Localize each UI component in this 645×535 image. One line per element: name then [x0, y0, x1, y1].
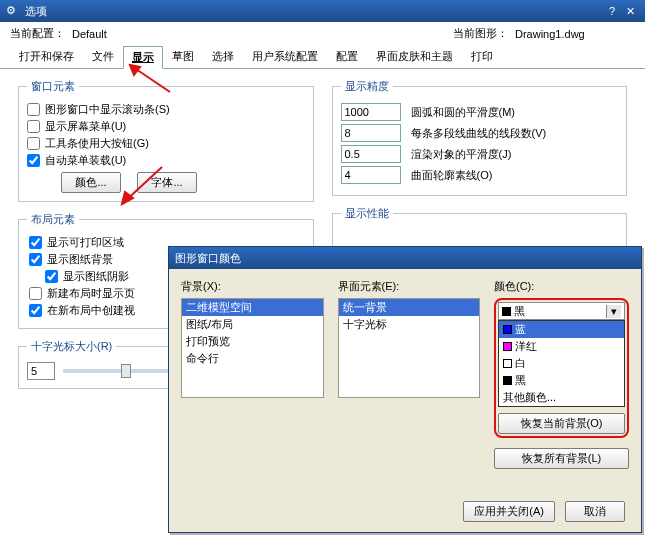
palette-label: 黑 [515, 373, 526, 388]
color-dialog: 图形窗口颜色 背景(X): 二维模型空间图纸/布局打印预览命令行 界面元素(E)… [168, 246, 642, 533]
arrow-annotation [120, 62, 180, 102]
checkbox-label: 图形窗口中显示滚动条(S) [45, 102, 170, 117]
window-opt-0[interactable]: 图形窗口中显示滚动条(S) [27, 102, 305, 117]
tab-8[interactable]: 打印 [462, 45, 502, 68]
palette-item[interactable]: 蓝 [499, 321, 624, 338]
tab-4[interactable]: 选择 [203, 45, 243, 68]
palette-label: 洋红 [515, 339, 537, 354]
context-item[interactable]: 二维模型空间 [182, 299, 323, 316]
sub-titlebar: 图形窗口颜色 [169, 247, 641, 269]
checkbox[interactable] [27, 154, 40, 167]
precision-row-1: 每条多段线曲线的线段数(V) [341, 124, 619, 142]
palette-item[interactable]: 其他颜色... [499, 389, 624, 406]
checkbox[interactable] [27, 120, 40, 133]
checkbox-label: 显示图纸阴影 [63, 269, 129, 284]
checkbox[interactable] [29, 253, 42, 266]
color-swatch [503, 376, 512, 385]
checkbox-label: 显示可打印区域 [47, 235, 124, 250]
tab-6[interactable]: 配置 [327, 45, 367, 68]
checkbox[interactable] [29, 236, 42, 249]
element-item[interactable]: 十字光标 [339, 316, 480, 333]
checkbox[interactable] [29, 304, 42, 317]
color-button[interactable]: 颜色... [61, 172, 121, 193]
highlight-box: 黑 ▾ 蓝洋红白黑其他颜色... 恢复当前背景(O) [494, 298, 629, 438]
context-listbox[interactable]: 二维模型空间图纸/布局打印预览命令行 [181, 298, 324, 398]
cancel-button[interactable]: 取消 [565, 501, 625, 522]
window-elements-legend: 窗口元素 [27, 79, 79, 94]
palette-label: 白 [515, 356, 526, 371]
checkbox[interactable] [27, 103, 40, 116]
display-precision-group: 显示精度 圆弧和圆的平滑度(M)每条多段线曲线的线段数(V)渲染对象的平滑度(J… [332, 79, 628, 196]
chevron-down-icon[interactable]: ▾ [606, 305, 621, 318]
main-title: 选项 [25, 4, 603, 19]
precision-input[interactable] [341, 103, 401, 121]
palette-item[interactable]: 洋红 [499, 338, 624, 355]
context-item[interactable]: 打印预览 [182, 333, 323, 350]
checkbox-label: 显示屏幕菜单(U) [45, 119, 126, 134]
precision-row-3: 曲面轮廓素线(O) [341, 166, 619, 184]
svg-marker-1 [130, 65, 140, 75]
checkbox[interactable] [29, 287, 42, 300]
checkbox-label: 显示图纸背景 [47, 252, 113, 267]
sub-title: 图形窗口颜色 [175, 251, 635, 266]
color-combo[interactable]: 黑 ▾ [498, 302, 625, 320]
palette-item[interactable]: 黑 [499, 372, 624, 389]
precision-row-0: 圆弧和圆的平滑度(M) [341, 103, 619, 121]
layout-legend: 布局元素 [27, 212, 79, 227]
checkbox-label: 工具条使用大按钮(G) [45, 136, 149, 151]
precision-label: 圆弧和圆的平滑度(M) [411, 105, 516, 120]
precision-row-2: 渲染对象的平滑度(J) [341, 145, 619, 163]
checkbox-label: 在新布局中创建视 [47, 303, 135, 318]
restore-all-button[interactable]: 恢复所有背景(L) [494, 448, 629, 469]
cursor-size-input[interactable] [27, 362, 55, 380]
tabs: 打开和保存文件显示草图选择用户系统配置配置界面皮肤和主题打印 [0, 45, 645, 69]
checkbox[interactable] [45, 270, 58, 283]
color-swatch [502, 307, 511, 316]
element-item[interactable]: 统一背景 [339, 299, 480, 316]
precision-label: 每条多段线曲线的线段数(V) [411, 126, 547, 141]
palette-item[interactable]: 白 [499, 355, 624, 372]
apply-close-button[interactable]: 应用并关闭(A) [463, 501, 555, 522]
tab-0[interactable]: 打开和保存 [10, 45, 83, 68]
element-label: 界面元素(E): [338, 279, 481, 294]
close-icon[interactable]: ✕ [621, 3, 639, 19]
tab-1[interactable]: 文件 [83, 45, 123, 68]
current-drawing-value: Drawing1.dwg [515, 28, 635, 40]
slider-knob[interactable] [121, 364, 131, 378]
tab-7[interactable]: 界面皮肤和主题 [367, 45, 462, 68]
color-swatch [503, 325, 512, 334]
config-row: 当前配置： Default 当前图形： Drawing1.dwg [0, 22, 645, 43]
current-drawing-label: 当前图形： [453, 26, 509, 41]
precision-input[interactable] [341, 124, 401, 142]
current-config-value: Default [72, 28, 192, 40]
svg-marker-3 [122, 192, 133, 204]
restore-current-button[interactable]: 恢复当前背景(O) [498, 413, 625, 434]
color-label: 颜色(C): [494, 279, 629, 294]
cursor-legend: 十字光标大小(R) [27, 339, 116, 354]
tab-5[interactable]: 用户系统配置 [243, 45, 327, 68]
context-label: 背景(X): [181, 279, 324, 294]
precision-legend: 显示精度 [341, 79, 393, 94]
element-listbox[interactable]: 统一背景十字光标 [338, 298, 481, 398]
main-titlebar: ⚙ 选项 ? ✕ [0, 0, 645, 22]
context-item[interactable]: 图纸/布局 [182, 316, 323, 333]
checkbox-label: 新建布局时显示页 [47, 286, 135, 301]
window-opt-2[interactable]: 工具条使用大按钮(G) [27, 136, 305, 151]
app-icon: ⚙ [6, 4, 20, 18]
precision-input[interactable] [341, 145, 401, 163]
color-dropdown-list[interactable]: 蓝洋红白黑其他颜色... [498, 320, 625, 407]
checkbox[interactable] [27, 137, 40, 150]
window-opt-1[interactable]: 显示屏幕菜单(U) [27, 119, 305, 134]
color-combo-value: 黑 [514, 304, 525, 319]
precision-input[interactable] [341, 166, 401, 184]
precision-label: 曲面轮廓素线(O) [411, 168, 493, 183]
context-item[interactable]: 命令行 [182, 350, 323, 367]
help-icon[interactable]: ? [603, 3, 621, 19]
arrow-annotation [114, 162, 174, 212]
palette-label: 其他颜色... [503, 390, 556, 405]
perf-legend: 显示性能 [341, 206, 393, 221]
color-swatch [503, 342, 512, 351]
color-swatch [503, 359, 512, 368]
current-config-label: 当前配置： [10, 26, 66, 41]
precision-label: 渲染对象的平滑度(J) [411, 147, 512, 162]
